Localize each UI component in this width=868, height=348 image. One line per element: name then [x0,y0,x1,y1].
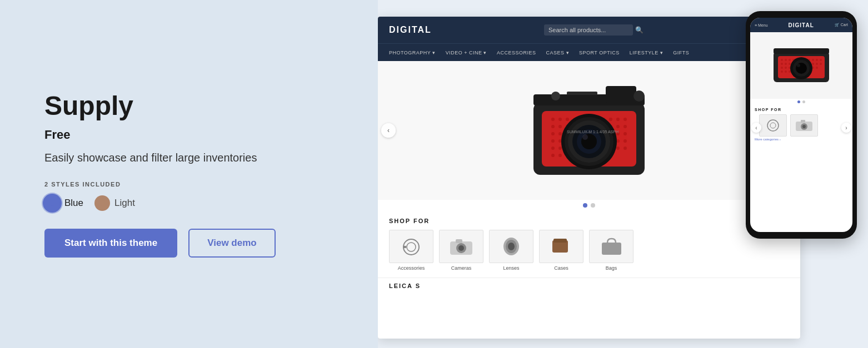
svg-point-138 [767,120,779,131]
svg-point-106 [785,63,787,65]
svg-point-14 [623,118,627,121]
theme-title: Supply [44,90,333,121]
mobile-menu-label[interactable]: ≡ Menu [755,23,768,27]
theme-price: Free [44,128,333,142]
svg-point-74 [582,134,588,140]
view-demo-button[interactable]: View demo [188,229,276,258]
mobile-shop-for: SHOP FOR More categories › [750,105,852,144]
svg-rect-91 [602,243,621,255]
search-input-mock[interactable]: Search all products... [544,24,633,36]
nav-accessories[interactable]: ACCESSORIES [497,50,536,56]
category-bags[interactable]: Bags [589,230,633,271]
category-thumb-bags [589,230,633,263]
svg-rect-133 [774,48,829,54]
svg-point-58 [551,154,555,157]
svg-point-15 [551,125,555,128]
nav-gifts[interactable]: GIFTS [673,50,689,56]
svg-point-47 [551,147,555,150]
mobile-logo: DIGITAL [768,22,835,28]
svg-point-36 [551,139,555,143]
svg-point-125 [816,67,818,69]
left-panel: Supply Free Easily showcase and filter l… [0,0,378,348]
mobile-product-1[interactable] [759,114,787,137]
carousel-dot-2[interactable] [591,203,595,208]
category-cases[interactable]: Cases [539,230,583,271]
category-thumb-lenses [489,230,533,263]
store-header: DIGITAL Search all products... 🔍 🛒 CART [378,17,800,43]
svg-point-115 [820,63,822,65]
start-theme-button[interactable]: Start with this theme [44,229,177,258]
svg-point-88 [508,243,515,250]
style-options: Blue Light [44,195,333,211]
mobile-product-2[interactable] [790,114,818,137]
category-label-cameras: Cameras [451,265,472,271]
category-label-lenses: Lenses [503,265,519,271]
nav-photography[interactable]: PHOTOGRAPHY ▾ [389,50,436,56]
mobile-cart-label[interactable]: 🛒 Cart [835,23,848,27]
svg-point-48 [558,147,562,150]
light-dot [94,195,110,211]
svg-point-116 [781,67,783,69]
svg-rect-90 [553,239,567,243]
mobile-header: ≡ Menu DIGITAL 🛒 Cart [750,18,852,32]
svg-point-103 [816,59,818,61]
mobile-screen: ≡ Menu DIGITAL 🛒 Cart [750,18,852,232]
right-panel: DIGITAL Search all products... 🔍 🛒 CART … [378,0,868,348]
style-option-blue[interactable]: Blue [44,195,83,211]
store-logo: DIGITAL [389,25,432,35]
nav-lifestyle[interactable]: LIFESTYLE ▾ [630,50,664,56]
svg-point-24 [616,125,620,128]
svg-point-95 [785,59,787,61]
svg-rect-85 [456,239,462,243]
desktop-preview: DIGITAL Search all products... 🔍 🛒 CART … [378,17,800,339]
svg-point-4 [551,118,555,121]
svg-point-35 [623,132,627,135]
mobile-dot-1[interactable] [797,100,800,103]
carousel-dots [583,200,595,211]
mobile-dot-2[interactable] [802,100,805,103]
svg-point-84 [458,245,464,251]
svg-point-77 [633,90,645,102]
svg-rect-67 [606,86,636,103]
nav-sport[interactable]: SPORT OPTICS [579,50,620,56]
svg-point-102 [812,59,814,61]
svg-point-13 [616,118,620,121]
svg-point-94 [781,59,783,61]
mobile-products [755,114,848,137]
category-accessories[interactable]: Accessories [389,230,433,271]
styles-label: 2 STYLES INCLUDED [44,181,333,188]
mobile-more-categories[interactable]: More categories › [755,138,848,141]
svg-point-26 [551,132,555,135]
category-label-bags: Bags [606,265,617,271]
search-icon: 🔍 [635,26,643,34]
svg-point-105 [781,63,783,65]
svg-point-16 [558,125,562,128]
hero-section: ‹ [378,61,800,200]
nav-cases[interactable]: CASES ▾ [546,50,570,56]
carousel-dot-1[interactable] [583,203,587,208]
style-option-light[interactable]: Light [94,195,135,211]
svg-point-6 [566,118,569,121]
mobile-frame: ≡ Menu DIGITAL 🛒 Cart [746,11,857,239]
svg-point-104 [820,59,822,61]
category-cameras[interactable]: Cameras [439,230,483,271]
theme-description: Easily showcase and filter large invento… [44,150,333,165]
svg-point-126 [781,70,783,73]
nav-video[interactable]: VIDEO + CINE ▾ [446,50,487,56]
category-thumb-cameras [439,230,483,263]
hero-prev-button[interactable]: ‹ [381,123,396,138]
svg-point-12 [609,118,612,121]
buttons-row: Start with this theme View demo [44,229,333,258]
svg-point-56 [616,147,620,150]
style-name-blue: Blue [64,198,83,209]
svg-point-107 [789,63,791,65]
svg-point-137 [797,64,800,67]
svg-point-5 [558,118,562,121]
leica-title: LEICA S [389,283,789,289]
category-lenses[interactable]: Lenses [489,230,533,271]
svg-point-139 [770,123,776,128]
svg-rect-81 [403,246,406,248]
svg-point-1 [99,200,105,206]
category-thumb-accessories [389,230,433,263]
shop-for-title: SHOP FOR [389,218,789,224]
